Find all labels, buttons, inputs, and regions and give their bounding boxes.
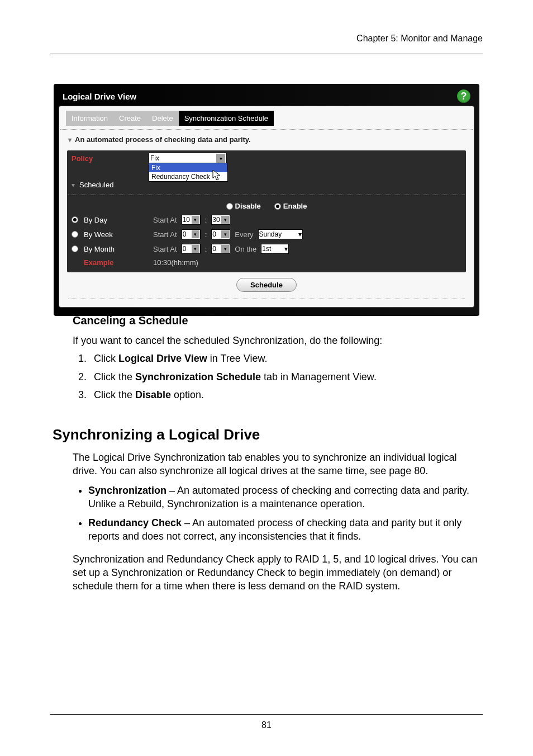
- radio-disable-label: Disable: [235, 202, 261, 210]
- tab-create[interactable]: Create: [113, 111, 146, 126]
- tab-bar: Information Create Delete Synchronizatio…: [59, 106, 474, 126]
- by-month-day-value: 1st: [262, 245, 271, 253]
- radio-disable[interactable]: Disable: [226, 202, 261, 210]
- step-1: Click Logical Drive View in Tree View.: [89, 352, 483, 365]
- by-week-label: By Week: [84, 230, 149, 239]
- by-week-hour-value: 0: [183, 230, 187, 238]
- on-the-label: On the: [235, 245, 256, 253]
- step-2: Click the Synchronization Schedule tab i…: [89, 370, 483, 384]
- dropdown-arrow-icon: ▾: [221, 230, 229, 238]
- footer-rule: [50, 714, 483, 715]
- chapter-heading: Chapter 5: Monitor and Manage: [356, 34, 483, 44]
- start-at-label: Start At: [153, 230, 177, 239]
- radio-icon[interactable]: [72, 245, 78, 252]
- every-label: Every: [235, 230, 253, 239]
- by-month-hour-value: 0: [183, 245, 187, 253]
- bullet-synchronization: Synchronization – An automated process o…: [88, 484, 483, 511]
- header-rule: [50, 54, 483, 54]
- schedule-button[interactable]: Schedule: [236, 278, 297, 292]
- description-text: An automated process of checking data an…: [75, 135, 251, 144]
- dropdown-arrow-icon: ▾: [192, 245, 199, 253]
- cursor-icon: [212, 169, 222, 182]
- start-at-label: Start At: [153, 216, 177, 224]
- heading-synchronizing: Synchronizing a Logical Drive: [53, 425, 483, 445]
- tab-information[interactable]: Information: [66, 111, 113, 126]
- dropdown-arrow-icon: ▾: [284, 245, 288, 253]
- by-week-min-value: 0: [212, 230, 216, 238]
- divider: [68, 195, 465, 195]
- divider: [68, 299, 465, 299]
- policy-value: Fix: [150, 154, 159, 162]
- cancel-steps-list: Click Logical Drive View in Tree View. C…: [73, 352, 483, 401]
- by-week-hour-select[interactable]: 0▾: [182, 229, 201, 239]
- by-month-hour-select[interactable]: 0▾: [182, 244, 201, 254]
- by-week-day-value: Sunday: [259, 230, 282, 238]
- dropdown-arrow-icon: ▾: [298, 230, 302, 238]
- radio-enable-label: Enable: [283, 202, 307, 210]
- help-icon[interactable]: ?: [457, 89, 470, 103]
- policy-label: Policy: [72, 154, 144, 163]
- step-3: Click the Disable option.: [89, 388, 483, 401]
- by-week-min-select[interactable]: 0▾: [211, 229, 230, 239]
- dropdown-arrow-icon: ▾: [192, 216, 199, 224]
- page-number: 81: [0, 720, 533, 730]
- heading-canceling: Canceling a Schedule: [73, 313, 483, 328]
- dropdown-arrow-icon: ▾: [192, 230, 199, 238]
- start-at-label: Start At: [153, 245, 177, 253]
- chevron-down-icon: ▾: [68, 136, 72, 144]
- by-month-min-select[interactable]: 0▾: [211, 244, 230, 254]
- chevron-down-icon: ▾: [72, 181, 75, 189]
- radio-enable[interactable]: Enable: [274, 202, 307, 210]
- by-month-label: By Month: [84, 245, 149, 253]
- cancel-intro-paragraph: If you want to cancel the scheduled Sync…: [73, 334, 483, 347]
- sync-intro-paragraph: The Logical Drive Synchronization tab en…: [73, 451, 483, 478]
- by-day-min-select[interactable]: 30▾: [211, 215, 230, 225]
- by-week-day-select[interactable]: Sunday▾: [258, 229, 303, 239]
- radio-icon: [274, 203, 281, 210]
- sync-bullet-list: Synchronization – An automated process o…: [73, 484, 483, 544]
- radio-icon[interactable]: [72, 216, 78, 223]
- policy-select[interactable]: Fix ▾: [149, 153, 227, 164]
- radio-icon: [226, 203, 233, 210]
- example-label: Example: [84, 258, 149, 267]
- by-day-min-value: 30: [212, 216, 220, 224]
- example-value: 10:30(hh:mm): [153, 258, 198, 267]
- app-panel: Logical Drive View ? Information Create …: [54, 84, 479, 316]
- scheduled-label: Scheduled: [79, 181, 113, 189]
- bullet-redundancy-check: Redundancy Check – An automated process …: [88, 516, 483, 544]
- tab-delete[interactable]: Delete: [146, 111, 179, 126]
- by-day-label: By Day: [84, 216, 149, 224]
- tab-sync-schedule[interactable]: Synchronization Schedule: [179, 111, 274, 126]
- by-month-min-value: 0: [212, 245, 216, 253]
- dropdown-arrow-icon: ▾: [221, 216, 229, 224]
- dropdown-arrow-icon: ▾: [216, 154, 225, 163]
- panel-title: Logical Drive View: [63, 92, 136, 101]
- sync-closing-paragraph: Synchronization and Redundancy Check app…: [73, 552, 483, 593]
- config-block: Policy Fix ▾ Fix Redundancy Check: [67, 150, 466, 272]
- radio-icon[interactable]: [72, 231, 78, 238]
- by-day-hour-value: 10: [183, 216, 190, 224]
- dropdown-arrow-icon: ▾: [221, 245, 229, 253]
- by-month-day-select[interactable]: 1st▾: [261, 244, 289, 254]
- by-day-hour-select[interactable]: 10▾: [182, 215, 201, 225]
